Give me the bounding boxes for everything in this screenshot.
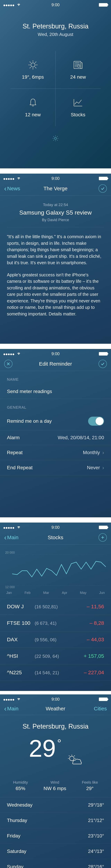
stock-symbol: DOW J <box>7 603 35 610</box>
forecast-temp: 23°/10° <box>88 833 104 839</box>
svg-rect-15 <box>78 65 80 67</box>
wind-label: Wind <box>43 780 66 785</box>
forecast-row[interactable]: Wednesday29°/18° <box>0 797 111 813</box>
stock-row[interactable]: DAX(9 556, 06)– 44,03 <box>0 631 111 648</box>
feels-like-value: 29° <box>82 786 98 791</box>
end-repeat-row[interactable]: End Repeat Never› <box>0 460 111 475</box>
forecast-row[interactable]: Friday23°/10° <box>0 828 111 844</box>
cities-button[interactable]: Cities <box>94 706 107 712</box>
stock-row[interactable]: ^HSI(22 509, 64)+ 157,05 <box>0 648 111 664</box>
repeat-row[interactable]: Repeat Monthly› <box>0 445 111 460</box>
reminders-tile-label: 12 new <box>25 112 41 118</box>
forecast-day: Friday <box>7 833 21 839</box>
humidity-label: Humidity <box>13 780 28 785</box>
chevron-left-icon: ‹ <box>4 534 6 541</box>
stock-row[interactable]: DOW J(16 502,81)– 11,56 <box>0 598 111 615</box>
alarm-row[interactable]: Alarm Wed, 20/08/14, 21:00 <box>0 430 111 445</box>
svg-point-16 <box>54 137 57 140</box>
remind-day-toggle[interactable] <box>88 416 104 426</box>
stocks-tile[interactable]: Stocks <box>56 89 101 126</box>
back-label: Main <box>7 706 18 712</box>
forecast-temp: 24°/13° <box>88 848 104 854</box>
name-section-label: NAME <box>0 371 111 384</box>
month-label: May <box>80 591 86 595</box>
forecast-row[interactable]: Sunday28°/16° <box>0 859 111 868</box>
feels-like-label: Feels like <box>82 780 98 785</box>
article-author: By David Pierce <box>7 218 104 222</box>
month-label: Apr <box>62 591 67 595</box>
status-bar: 9:00 <box>0 0 111 9</box>
close-button[interactable] <box>4 360 12 368</box>
svg-point-0 <box>31 63 35 67</box>
svg-rect-10 <box>81 63 82 69</box>
nav-title: Weather <box>46 706 65 712</box>
alarm-label: Alarm <box>7 435 20 440</box>
newspaper-icon <box>73 60 83 70</box>
article-headline: Samsung Galaxy S5 review <box>7 209 104 216</box>
status-time: 9:00 <box>51 351 60 356</box>
weather-location: St. Petersburg, Russia <box>0 723 111 730</box>
stock-price: (14 546, 21) <box>35 670 84 676</box>
battery-icon <box>99 698 108 701</box>
weather-tile-label: 19°, 6mps <box>22 74 44 80</box>
repeat-value: Monthly <box>83 450 100 455</box>
battery-icon <box>99 352 108 355</box>
nav-title: The Verge <box>43 186 68 191</box>
add-button[interactable] <box>99 533 107 541</box>
stock-row[interactable]: FTSE 100(6 673, 41)– 8,28 <box>0 615 111 631</box>
battery-icon <box>99 526 108 529</box>
repeat-label: Repeat <box>7 450 23 455</box>
dashboard-grid: 19°, 6mps 24 new 12 new Stocks <box>10 51 101 126</box>
reminder-name-value: Send meter readings <box>7 389 52 394</box>
current-temperature: 29° <box>0 734 111 772</box>
chevron-right-icon: › <box>102 465 104 471</box>
weather-tile[interactable]: 19°, 6mps <box>10 51 56 89</box>
confirm-button[interactable] <box>99 184 107 193</box>
settings-button[interactable] <box>52 140 59 142</box>
stock-change: – 44,03 <box>87 637 104 643</box>
back-button[interactable]: ‹Main <box>4 705 18 712</box>
status-bar: 9:00 <box>0 694 111 703</box>
news-tile-label: 24 new <box>70 74 86 80</box>
month-label: Feb <box>25 591 30 595</box>
stock-change: – 227,04 <box>84 670 104 676</box>
forecast-day: Saturday <box>7 848 26 854</box>
chart-icon <box>73 97 83 108</box>
news-tile[interactable]: 24 new <box>56 51 101 89</box>
forecast-row[interactable]: Saturday24°/13° <box>0 844 111 859</box>
back-button[interactable]: ‹News <box>4 185 20 192</box>
forecast-temp: 28°/16° <box>88 864 104 868</box>
general-section-label: GENERAL <box>0 399 111 412</box>
signal-dots-icon <box>3 2 15 7</box>
reminder-name-field[interactable]: Send meter readings <box>0 384 111 399</box>
forecast-day: Thursday <box>7 818 27 823</box>
status-bar: 9:00 <box>0 349 111 358</box>
partly-cloudy-icon <box>67 744 82 772</box>
article-timestamp: Today at 22:54 <box>7 203 104 207</box>
date-subtitle: Wed, 20th August <box>0 32 111 37</box>
stock-price: (9 556, 06) <box>35 637 87 643</box>
nav-title: Edit Reminder <box>39 361 72 367</box>
signal-dots-icon <box>3 176 15 181</box>
battery-icon <box>99 3 108 7</box>
y-axis-max: 20 000 <box>5 551 15 555</box>
status-bar: 9:00 <box>0 523 111 531</box>
svg-line-7 <box>30 67 31 68</box>
article-body: "It's all in the little things." It's a … <box>0 227 111 329</box>
nav-title: Stocks <box>48 534 63 540</box>
back-button[interactable]: ‹Main <box>4 534 18 541</box>
alarm-value: Wed, 20/08/14, 21:00 <box>58 435 104 440</box>
stock-row[interactable]: ^N225(14 546, 21)– 227,04 <box>0 664 111 681</box>
status-time: 9:00 <box>51 2 60 7</box>
svg-line-6 <box>35 67 36 68</box>
wifi-icon <box>16 525 21 530</box>
forecast-row[interactable]: Thursday21°/12° <box>0 813 111 828</box>
confirm-button[interactable] <box>99 360 107 368</box>
reminders-tile[interactable]: 12 new <box>10 89 56 126</box>
svg-line-28 <box>74 755 75 756</box>
chevron-right-icon: › <box>102 450 104 456</box>
month-label: Jan <box>6 591 12 595</box>
stock-symbol: FTSE 100 <box>7 620 35 626</box>
chevron-left-icon: ‹ <box>4 705 6 712</box>
stock-change: – 8,28 <box>90 620 104 626</box>
